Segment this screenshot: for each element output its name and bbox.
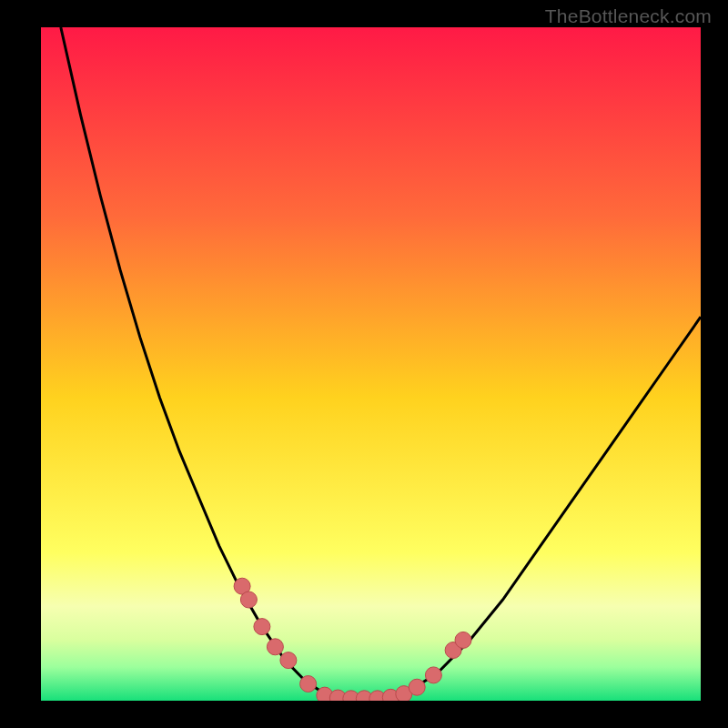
highlight-marker [280,652,297,669]
highlight-marker [267,639,283,655]
highlight-marker [425,667,441,683]
chart-svg [41,27,701,701]
plot-area [41,27,701,701]
highlight-marker [409,679,425,695]
chart-frame: TheBottleneck.com [0,0,728,728]
highlight-marker [300,676,317,693]
highlight-marker [455,632,471,648]
watermark-text: TheBottleneck.com [545,5,712,27]
highlight-marker [240,592,257,608]
highlight-marker [254,619,270,635]
bottleneck-curve [61,27,701,701]
